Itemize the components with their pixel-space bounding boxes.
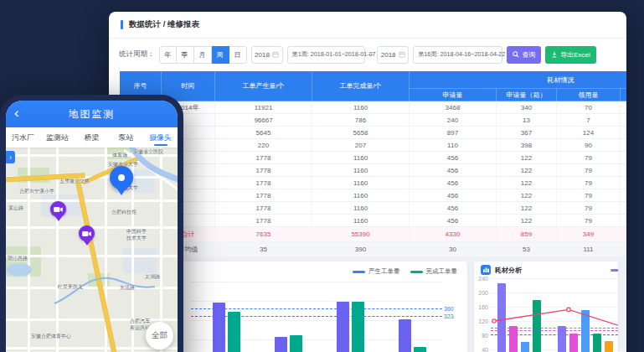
gridline [491,278,618,279]
camera-icon [54,206,63,213]
legend-label: 完成工单量 [426,267,458,276]
map-label: 望江西路 [8,255,28,262]
map-expander-button[interactable]: › [6,151,15,163]
legend-item[interactable]: 完成工单量 [410,267,458,276]
table-cell: 7635 [215,227,312,242]
y-tick-label: 40 [474,347,488,352]
table-cell: 55390 [312,227,410,242]
table-cell: 220 [215,139,312,152]
search-icon [513,51,519,58]
reference-line-label: 323 [444,313,464,319]
table-cell: 96667 [215,114,312,127]
table-cell: 122 [497,152,557,164]
bar [228,312,240,352]
selected-camera-marker[interactable] [110,166,133,189]
sub-col-header: 申请量（箱） [497,89,557,101]
period-option-季[interactable]: 季 [177,46,194,64]
table-cell: 367 [497,127,557,139]
gridline [491,321,618,322]
phone-tab-监测站[interactable]: 监测站 [40,127,75,148]
table-cell: 90 [557,139,621,152]
map-label: 黄山路 [8,204,23,212]
phone-tab-泵站[interactable]: 泵站 [109,127,143,148]
back-icon[interactable]: ‹ [14,104,19,122]
camera-marker[interactable] [50,201,66,217]
table-row: 10177811604561227967 [120,215,627,227]
map-label: 安徽省立医院 [133,148,163,156]
table-cell: 1778 [215,152,312,164]
table-cell: 1160 [312,164,410,177]
bar [275,337,287,352]
table-cell: 390 [312,242,410,257]
bar [414,347,426,352]
map-view[interactable]: 体育场安徽农业大学安徽省立医院五里墩立交桥合肥市宁溪小学安徽大学合肥科技馆中国科… [6,148,178,352]
table-cell: 456 [410,215,497,227]
phone-tab-摄像头[interactable]: 摄像头 [143,127,178,148]
end-year-select[interactable]: 2018 [377,46,409,64]
map-label: 安徽合肥体育中心 [31,333,71,340]
phone-header: ‹ 地图监测 [6,101,178,127]
bar [593,334,601,352]
table-cell: 30 [410,242,497,257]
table-cell: 122 [497,202,557,215]
map-label: 红星美凯龙 [58,283,83,291]
camera-marker[interactable] [79,225,95,241]
all-filter-button[interactable]: 全部 [146,322,173,349]
table-cell: 456 [410,177,497,189]
period-segmented: 年季月周日 [159,46,247,64]
table-row: 7177811604561227967 [120,177,627,189]
phone-tab-桥梁[interactable]: 桥梁 [75,127,109,148]
start-week-value: 第1周: 2018-01-01~2018-01-07 [292,50,376,59]
workorder-chart-card: 产生工单量完成工单量 360323 [179,261,467,352]
legend-item[interactable]: 产生工单量 [353,267,400,276]
sub-col-header: 金额 [621,89,627,101]
col-header: 工单完成量/个 [312,71,410,101]
table-cell: 690 [621,114,627,127]
table-cell: 67 [621,164,627,177]
start-week-input[interactable]: 第1周: 2018-01-01~2018-01-07 [287,46,365,64]
map-label: 东流路 [120,284,135,292]
table-cell: 13 [497,114,557,127]
table-cell: 1160 [312,215,410,227]
phone-mockup: ‹ 地图监测 污水厂监测站桥梁泵站摄像头 [0,95,183,352]
bar [558,326,566,352]
query-button[interactable]: 查询 [507,46,541,64]
table-cell: 79 [557,152,621,164]
phone-tab-污水厂[interactable]: 污水厂 [6,127,40,148]
table-cell: 1160 [312,189,410,202]
period-option-日[interactable]: 日 [229,46,247,64]
reference-line: 360 [191,308,442,309]
y-tick-label: 240 [474,276,488,282]
table-cell: 79 [557,189,621,202]
start-year-select[interactable]: 2018 [251,46,283,64]
table-cell: 1778 [215,164,312,177]
legend-line-marker [353,271,365,273]
bar [509,326,518,352]
download-icon [551,51,558,58]
group-header: 耗材情况 [410,71,627,89]
table-cell: 79 [557,215,621,227]
table-cell: 1160 [312,202,410,215]
table-row: 42202071103989019 [120,139,627,152]
period-option-月[interactable]: 月 [194,46,212,64]
gridline [491,307,618,308]
calendar-icon [272,51,279,58]
table-cell: 7 [557,114,621,127]
table-cell: 456 [410,164,497,177]
bar [399,319,411,352]
period-option-周[interactable]: 周 [212,46,229,64]
export-excel-button[interactable]: 导出Excel [545,46,596,64]
table-cell: 67 [621,189,627,202]
period-option-年[interactable]: 年 [159,46,177,64]
legend-line-marker [410,271,423,273]
col-header: 工单产生量/个 [215,71,312,101]
table-cell: 1160 [312,152,410,164]
table-cell: 240 [410,114,497,127]
table-cell: 207 [312,139,410,152]
end-week-input[interactable]: 第16周: 2018-04-16~2018-04-22 [413,46,502,64]
workorder-bar-chart: 360323 [191,282,442,352]
table-cell: 456 [410,202,497,215]
table-cell: 3468 [410,101,497,114]
map-label: 体育场 [112,152,127,159]
map-road [6,318,178,321]
